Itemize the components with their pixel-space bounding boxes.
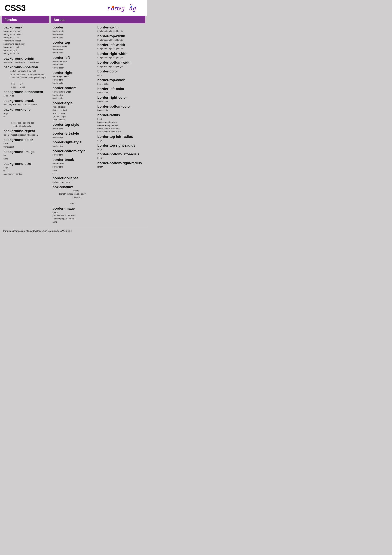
prop-title-border-width: border-width [97, 25, 143, 29]
prop-title-border-left-width: border-left-width [97, 43, 143, 47]
prop-values-box-shadow: inset ||[ length, length, length, length… [52, 189, 93, 205]
prop-values-background-position: top left | top center | top rightcenter … [3, 69, 47, 89]
prop-title-border-left-color: border-left-color [97, 87, 143, 91]
prop-title-border-image: border-image [52, 206, 93, 211]
bordes-column-2: border-width thin | medium | thick | len… [95, 23, 145, 225]
page-title: CSS3 [5, 3, 26, 13]
svg-text:rteg: rteg [114, 5, 125, 12]
prop-title-background-origin: background-origin [3, 57, 47, 61]
prop-title-border-top: border-top [52, 41, 93, 45]
prop-title-background-image: background-image [3, 150, 47, 154]
prop-title-border-bottom-left-radius: border-bottom-left-radius [97, 152, 143, 156]
prop-title-border-right: border-right [52, 71, 93, 75]
prop-values-border-width: thin | medium | thick | length [97, 29, 143, 33]
prop-title-border-left: border-left [52, 56, 93, 60]
bordes-header: Bordes [50, 16, 145, 23]
prop-title-background-attachment: background-attachment [3, 90, 47, 94]
prop-values-border-left: border-left-widthborder-styleborder-colo… [52, 60, 93, 69]
page-header: CSS3 r o rteg a g [0, 0, 147, 16]
prop-title-border-break: border-break [52, 158, 93, 162]
prop-values-border-bottom-style: border-style [52, 153, 93, 156]
prop-values-border-image: image[ number / % border-width stretch |… [52, 211, 93, 224]
prop-values-background-clip: length%border-box | padding-boxcontent-b… [3, 112, 47, 128]
prop-title-background-repeat: background-repeat [3, 129, 47, 133]
prop-title-border: border [52, 25, 93, 29]
svg-text:r: r [107, 5, 110, 12]
section-headers-row: Fondos Bordes [0, 16, 147, 23]
svg-point-3 [112, 6, 113, 7]
prop-title-background-clip: background-clip [3, 107, 47, 111]
prop-title-background-position: background-position [3, 65, 47, 69]
prop-title-border-color: border-color [97, 69, 143, 73]
prop-title-border-bottom-color: border-bottom-color [97, 104, 143, 109]
prop-values-background-color: colortransparent [3, 142, 47, 148]
prop-values-border-top-color: border-color [97, 82, 143, 86]
prop-title-border-top-style: border-top-style [52, 123, 93, 127]
prop-values-border-left-width: thin | medium | thick | length [97, 47, 143, 50]
prop-title-border-bottom: border-bottom [52, 86, 93, 90]
prop-title-border-bottom-style: border-bottom-style [52, 149, 93, 153]
prop-title-border-top-color: border-top-color [97, 78, 143, 82]
fondos-header: Fondos [2, 16, 49, 23]
prop-title-box-shadow: box-shadow [52, 185, 93, 189]
prop-title-border-bottom-width: border-bottom-width [97, 60, 143, 65]
prop-title-border-top-right-radius: border-top-right-radius [97, 144, 143, 148]
prop-values-border-top-width: thin | medium | thick | length [97, 38, 143, 42]
footer-text: Para más información: https://developer.… [3, 230, 72, 232]
prop-values-border-color: color [97, 73, 143, 77]
svg-text:o: o [111, 5, 114, 12]
prop-title-border-collapse: border-collapse [52, 176, 93, 180]
logo: r o rteg a g [107, 4, 142, 12]
prop-values-border-right: border-right-widthborder-styleborder-col… [52, 75, 93, 85]
prop-values-background-attachment: scroll | fixed [3, 94, 47, 97]
svg-point-6 [131, 6, 132, 7]
prop-values-border-left-style: border-style [52, 136, 93, 139]
prop-title-background-break: background-break [3, 99, 47, 103]
prop-values-background-repeat: repeat | repeat-x | repeat-y | no-repeat [3, 133, 47, 137]
prop-values-border-right-color: border-color [97, 100, 143, 103]
prop-values-border-bottom: border-bottom-widthborder-styleborder-co… [52, 90, 93, 100]
prop-values-border-right-width: thin | medium | thick | length [97, 56, 143, 59]
prop-title-border-top-width: border-top-width [97, 34, 143, 38]
prop-values-border-right-style: border-style [52, 145, 93, 148]
svg-text:a: a [129, 5, 132, 12]
prop-values-border-bottom-left-radius: length [97, 157, 143, 160]
prop-title-border-top-left-radius: border-top-left-radius [97, 135, 143, 139]
prop-title-background-color: background-color [3, 138, 47, 142]
prop-title-background: background [3, 25, 47, 29]
prop-values-background-size: length%auto | cover | contain [3, 166, 47, 175]
svg-text:g: g [133, 5, 136, 12]
prop-values-border-top-right-radius: length [97, 148, 143, 151]
prop-title-border-style: border-style [52, 101, 93, 105]
prop-values-border-bottom-right-radius: length [97, 165, 143, 168]
prop-title-border-bottom-right-radius: border-bottom-right-radius [97, 161, 143, 165]
prop-values-border-break: border-widthborder-stylecolorclose [52, 162, 93, 175]
prop-title-border-left-style: border-left-style [52, 131, 93, 136]
prop-title-border-right-width: border-right-width [97, 52, 143, 56]
bordes-column-1: border border-widthborder-styleborder-co… [50, 23, 95, 225]
prop-values-background-image: urlnone [3, 154, 47, 161]
prop-title-background-size: background-size [3, 162, 47, 166]
footer: Para más información: https://developer.… [0, 227, 147, 234]
prop-values-border-top: border-top-widthborder-styleborder-color [52, 45, 93, 54]
prop-values-border-bottom-color: border-color [97, 109, 143, 112]
prop-values-border-top-left-radius: length [97, 139, 143, 142]
prop-values-background-break: bounding-box | each-box | continuous [3, 103, 47, 106]
prop-values-border-left-color: border-color [97, 91, 143, 94]
prop-values-border-radius: lengthborder-top-left-radiusborder-top-r… [97, 117, 143, 133]
prop-title-border-right-color: border-right-color [97, 95, 143, 100]
main-columns: background background-imagebackground-po… [2, 23, 145, 225]
fondos-column: background background-imagebackground-po… [2, 23, 49, 225]
prop-values-border-collapse: collapse | separate [52, 181, 93, 184]
prop-title-border-radius: border-radius [97, 113, 143, 117]
prop-values-border: border-widthborder-styleborder-color [52, 29, 93, 39]
prop-values-border-bottom-width: thin | medium | thick | length [97, 65, 143, 68]
prop-values-border-style: none | hiddendotted | dashed solid | dou… [52, 105, 93, 121]
prop-values-background-origin: border-box | padding-box | content-box [3, 61, 47, 64]
prop-values-border-top-style: border-style [52, 127, 93, 130]
prop-values-background: background-imagebackground-positionbackg… [3, 29, 47, 55]
prop-title-border-right-style: border-right-style [52, 140, 93, 144]
